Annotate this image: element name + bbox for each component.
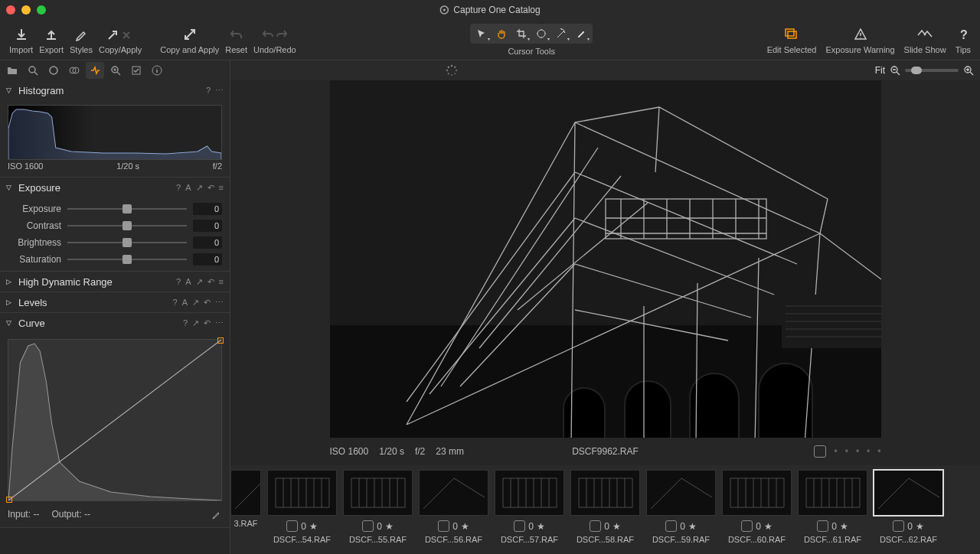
exposure-value[interactable]: 0 [193, 203, 222, 215]
star-icon[interactable]: ★ [688, 521, 697, 532]
styles-button[interactable]: Styles [70, 26, 93, 54]
thumb-checkbox[interactable] [286, 520, 298, 532]
star-icon[interactable]: ★ [309, 521, 318, 532]
curve-handle-shadow[interactable] [6, 497, 12, 503]
preview-image[interactable] [330, 80, 881, 438]
help-icon[interactable]: ? [173, 298, 178, 308]
copy-icon[interactable]: ↗ [196, 183, 203, 193]
auto-icon[interactable]: A [185, 183, 191, 193]
tips-button[interactable]: ? Tips [956, 26, 971, 54]
slideshow-button[interactable]: Slide Show [904, 26, 946, 54]
help-icon[interactable]: ? [176, 277, 181, 287]
dot-icon[interactable]: • [856, 446, 859, 457]
exposure-warning-button[interactable]: Exposure Warning [825, 26, 894, 54]
dot-icon[interactable]: • [867, 446, 870, 457]
curve-handle-highlight[interactable] [217, 337, 224, 344]
crop-tool[interactable]: ▾ [512, 26, 531, 41]
tab-details[interactable] [106, 62, 125, 79]
thumbnail[interactable]: 0★ DSCF...60.RAF [722, 470, 792, 554]
dot-icon[interactable]: • [834, 446, 837, 457]
star-icon[interactable]: ★ [916, 521, 924, 532]
tab-capture[interactable] [24, 62, 42, 79]
star-icon[interactable]: ★ [385, 521, 394, 532]
thumb-checkbox[interactable] [362, 520, 374, 532]
reset-icon[interactable]: ↶ [204, 318, 211, 328]
window-minimize-button[interactable] [21, 5, 31, 15]
tab-exposure[interactable] [86, 62, 104, 79]
adjustment-tool[interactable]: ▾ [552, 26, 570, 41]
menu-icon[interactable]: ≡ [219, 183, 224, 193]
thumbnail[interactable]: 0★ DSCF...55.RAF [343, 470, 413, 554]
saturation-slider[interactable] [67, 259, 187, 260]
menu-icon[interactable]: ≡ [219, 277, 224, 287]
thumbnail[interactable]: 0★ DSCF...58.RAF [570, 470, 640, 554]
auto-icon[interactable]: A [185, 277, 191, 287]
thumb-checkbox[interactable] [741, 520, 753, 532]
window-zoom-button[interactable] [37, 5, 46, 15]
star-icon[interactable]: ★ [612, 521, 621, 532]
copy-and-apply-button[interactable]: Copy and Apply [160, 26, 219, 54]
thumbnail[interactable]: 0★ DSCF...57.RAF [495, 470, 564, 554]
undo-redo-button[interactable]: Undo/Redo [253, 26, 296, 54]
panel-header-histogram[interactable]: ▽ Histogram ? ⋯ [0, 80, 230, 100]
thumbnail[interactable]: 0★ DSCF...59.RAF [646, 470, 716, 554]
thumb-checkbox[interactable] [665, 520, 677, 532]
star-icon[interactable]: ★ [537, 521, 545, 532]
tab-metadata[interactable] [148, 62, 166, 79]
reset-icon[interactable]: ↶ [207, 277, 214, 287]
tab-adjustments[interactable] [127, 62, 145, 79]
thumbnail[interactable]: 0★ DSCF...54.RAF [267, 470, 337, 554]
thumb-checkbox[interactable] [438, 520, 449, 532]
thumb-checkbox[interactable] [817, 520, 828, 532]
star-icon[interactable]: ★ [764, 521, 773, 532]
tab-lens[interactable] [44, 62, 63, 79]
reset-button[interactable]: Reset [225, 26, 247, 54]
panel-header-exposure[interactable]: ▽ Exposure ? A ↗ ↶ ≡ [0, 178, 230, 197]
reset-icon[interactable]: ↶ [207, 183, 214, 193]
curve-graph[interactable] [8, 339, 222, 501]
zoom-in-icon[interactable] [963, 65, 974, 76]
dot-icon[interactable]: • [845, 446, 848, 457]
export-button[interactable]: Export [39, 26, 64, 54]
exposure-slider[interactable] [67, 208, 187, 210]
spot-tool[interactable]: ▾ [532, 26, 550, 41]
contrast-slider[interactable] [67, 225, 187, 226]
panel-header-curve[interactable]: ▽ Curve ? ↗ ↶ ⋯ [0, 313, 230, 333]
panel-header-hdr[interactable]: ▷ High Dynamic Range ? A ↗ ↶ ≡ [0, 272, 230, 292]
zoom-out-icon[interactable] [890, 65, 900, 76]
brightness-slider[interactable] [67, 242, 187, 243]
zoom-fit-label[interactable]: Fit [875, 65, 885, 76]
copy-apply-button[interactable]: Copy/Apply [99, 26, 142, 54]
thumbnail[interactable]: 0★ DSCF...61.RAF [798, 470, 867, 554]
tab-library[interactable] [3, 62, 21, 79]
window-close-button[interactable] [6, 5, 15, 15]
star-icon[interactable]: ★ [840, 521, 848, 532]
saturation-value[interactable]: 0 [193, 253, 222, 266]
reset-icon[interactable]: ↶ [204, 298, 211, 308]
help-icon[interactable]: ? [206, 86, 211, 96]
help-icon[interactable]: ? [176, 183, 181, 193]
thumbnail[interactable]: 0★ DSCF...56.RAF [419, 470, 488, 554]
thumb-checkbox[interactable] [893, 520, 904, 532]
eyedropper-icon[interactable] [211, 509, 222, 520]
thumb-checkbox[interactable] [514, 520, 525, 532]
tab-color[interactable] [65, 62, 83, 79]
pan-tool[interactable] [492, 26, 511, 41]
import-button[interactable]: Import [9, 26, 33, 54]
copy-icon[interactable]: ↗ [196, 277, 203, 287]
pointer-tool[interactable]: ▾ [472, 26, 491, 41]
dot-icon[interactable]: • [877, 446, 880, 457]
star-icon[interactable]: ★ [461, 521, 469, 532]
thumb-checkbox[interactable] [590, 520, 601, 532]
auto-icon[interactable]: A [182, 298, 188, 308]
copy-icon[interactable]: ↗ [192, 298, 199, 308]
zoom-slider[interactable] [905, 69, 959, 72]
brightness-value[interactable]: 0 [193, 236, 222, 249]
menu-icon[interactable]: ⋯ [215, 86, 224, 96]
help-icon[interactable]: ? [183, 318, 188, 328]
menu-icon[interactable]: ⋯ [215, 318, 224, 328]
menu-icon[interactable]: ⋯ [215, 298, 224, 308]
thumbnail[interactable]: 0★ DSCF...62.RAF [874, 470, 943, 554]
thumbnail[interactable]: 3.RAF [230, 470, 261, 554]
copy-icon[interactable]: ↗ [192, 318, 199, 328]
